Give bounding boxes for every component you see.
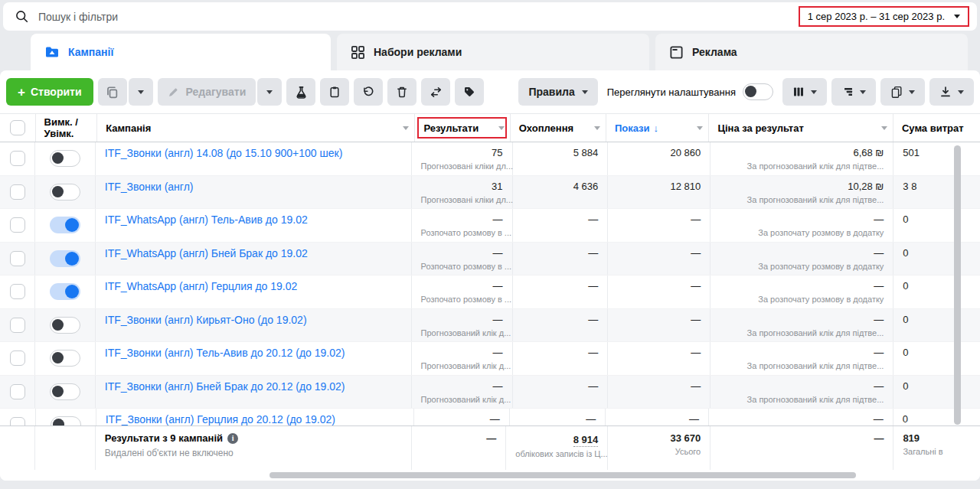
header-spend[interactable]: Сума витрат: [893, 114, 980, 142]
table-row: ITF_WhatsApp (англ) Бней Брак до 19.02 —…: [0, 243, 980, 276]
row-checkbox[interactable]: [10, 417, 25, 425]
create-button[interactable]: + Створити: [6, 78, 93, 106]
horizontal-scrollbar-thumb[interactable]: [270, 472, 856, 478]
row-toggle[interactable]: [50, 383, 80, 400]
impressions-value: —: [617, 380, 701, 393]
campaign-name-link[interactable]: ITF_WhatsApp (англ) Бней Брак до 19.02: [105, 247, 402, 259]
toolbar: + Створити: [0, 70, 980, 113]
row-checkbox-cell: [0, 243, 35, 275]
campaign-name-link[interactable]: ITF_Звонки (англ) 14.08 (до 15.10 900+10…: [105, 147, 402, 159]
header-results[interactable]: Результати: [415, 114, 510, 142]
footer-note: Видалені об'єкти не включено: [105, 448, 402, 458]
row-checkbox[interactable]: [10, 184, 25, 200]
cost-per-result-value: —: [720, 380, 884, 393]
campaign-name-link[interactable]: ITF_WhatsApp (англ) Герцлия до 19.02: [105, 280, 402, 292]
tab-ads[interactable]: Реклама: [655, 34, 968, 70]
breakdown-button[interactable]: [831, 78, 876, 106]
vertical-scrollbar-thumb[interactable]: [954, 145, 961, 425]
sort-caret-icon: [498, 126, 505, 130]
export-button[interactable]: [929, 78, 974, 106]
sort-caret-icon: [881, 126, 887, 130]
impressions-cell: —: [608, 376, 710, 409]
view-settings-toggle[interactable]: [743, 83, 773, 100]
select-all-checkbox[interactable]: [10, 120, 25, 135]
row-checkbox-cell: [0, 342, 35, 375]
campaign-name-link[interactable]: ITF_Звонки (англ) Герцлия до 20.12 (до 1…: [106, 413, 405, 425]
header-impressions[interactable]: Покази ↓: [606, 114, 710, 142]
row-toggle[interactable]: [50, 350, 80, 367]
campaign-name-cell: ITF_Звонки (англ) Тель-Авив до 20.12 (до…: [96, 342, 412, 375]
reports-button[interactable]: [880, 78, 925, 106]
row-toggle[interactable]: [50, 317, 80, 334]
reach-cell: —: [513, 275, 609, 308]
undo-button[interactable]: [354, 78, 383, 106]
edit-dropdown-button[interactable]: [257, 78, 282, 106]
row-checkbox[interactable]: [10, 251, 25, 266]
swap-arrows-button[interactable]: [421, 78, 450, 106]
results-sublabel: Розпочато розмову в ...: [421, 295, 503, 305]
adsets-grid-icon: [351, 45, 365, 60]
results-cell: 31 Прогнозовані кліки дл...: [412, 176, 513, 209]
table-row: ITF_WhatsApp (англ) Герцлия до 19.02 — Р…: [0, 275, 980, 309]
row-checkbox[interactable]: [10, 151, 25, 166]
footer-toggle-cell: [35, 426, 96, 470]
row-toggle[interactable]: [50, 250, 80, 267]
duplicate-dropdown-button[interactable]: [129, 78, 153, 106]
search-input[interactable]: Пошук і фільтри: [38, 11, 118, 23]
header-campaign[interactable]: Кампанія: [97, 114, 415, 142]
date-range-picker[interactable]: 1 сер 2023 р. – 31 сер 2023 р.: [799, 6, 969, 27]
row-toggle[interactable]: [51, 416, 81, 425]
duplicate-button[interactable]: [98, 78, 127, 106]
horizontal-scrollbar[interactable]: [0, 470, 980, 481]
spend-cell: 0: [893, 243, 980, 275]
rules-button[interactable]: Правила: [518, 78, 597, 106]
row-toggle[interactable]: [50, 217, 80, 233]
ab-test-button[interactable]: [286, 78, 315, 106]
row-toggle[interactable]: [50, 150, 80, 167]
tab-campaigns[interactable]: Кампанії: [31, 34, 331, 70]
cost-per-result-cell: —: [709, 409, 893, 425]
search-bar: Пошук і фільтри 1 сер 2023 р. – 31 сер 2…: [3, 2, 977, 31]
spend-cell: 0: [893, 309, 980, 342]
clipboard-button[interactable]: [320, 78, 349, 106]
campaign-name-link[interactable]: ITF_Звонки (англ) Бней Брак до 20.12 (до…: [105, 380, 402, 393]
row-toggle[interactable]: [50, 283, 80, 300]
header-reach[interactable]: Охоплення: [511, 114, 606, 142]
campaign-name-link[interactable]: ITF_Звонки (англ) Кирьят-Оно (до 19.02): [105, 314, 402, 326]
header-cost-per-result[interactable]: Ціна за результат: [709, 114, 893, 142]
campaign-name-link[interactable]: ITF_Звонки (англ) Тель-Авив до 20.12 (до…: [105, 347, 402, 359]
toggle-knob: [52, 352, 64, 363]
search-icon: [15, 10, 28, 23]
chevron-down-icon: [138, 90, 144, 94]
header-reach-label: Охоплення: [519, 122, 573, 134]
table-footer-row: Результати з 9 кампаній i Видалені об'єк…: [0, 425, 980, 470]
row-toggle-cell: [35, 309, 96, 342]
cost-per-result-value: —: [720, 280, 884, 292]
results-sublabel: Розпочато розмову в ...: [421, 262, 503, 272]
row-toggle[interactable]: [50, 184, 80, 200]
reach-cell: —: [510, 409, 606, 425]
edit-button[interactable]: Редагувати: [158, 78, 256, 106]
campaign-name-link[interactable]: ITF_Звонки (англ): [105, 181, 402, 193]
tag-button[interactable]: [455, 78, 484, 106]
reach-value: —: [522, 380, 599, 393]
cost-per-result-sublabel: За прогнозований клік для підтве...: [720, 361, 884, 371]
info-icon[interactable]: i: [227, 433, 238, 444]
row-checkbox[interactable]: [10, 350, 25, 366]
row-checkbox-cell: [0, 376, 35, 409]
row-checkbox-cell: [0, 142, 35, 175]
row-checkbox[interactable]: [10, 318, 25, 333]
results-value: —: [421, 280, 503, 292]
campaign-name-link[interactable]: ITF_WhatsApp (англ) Тель-Авив до 19.02: [105, 214, 402, 226]
tab-adsets[interactable]: Набори реклами: [337, 34, 649, 70]
row-checkbox[interactable]: [10, 284, 25, 299]
header-campaign-label: Кампанія: [106, 122, 151, 134]
row-checkbox[interactable]: [10, 217, 25, 233]
campaign-name-cell: ITF_WhatsApp (англ) Герцлия до 19.02: [96, 275, 412, 308]
delete-button[interactable]: [387, 78, 416, 106]
reach-value: —: [522, 314, 599, 326]
columns-button[interactable]: [782, 78, 827, 106]
footer-spend-cell: 819 Загальні в: [893, 426, 980, 470]
row-checkbox[interactable]: [10, 384, 25, 399]
footer-reach-value[interactable]: 8 914: [573, 434, 599, 447]
